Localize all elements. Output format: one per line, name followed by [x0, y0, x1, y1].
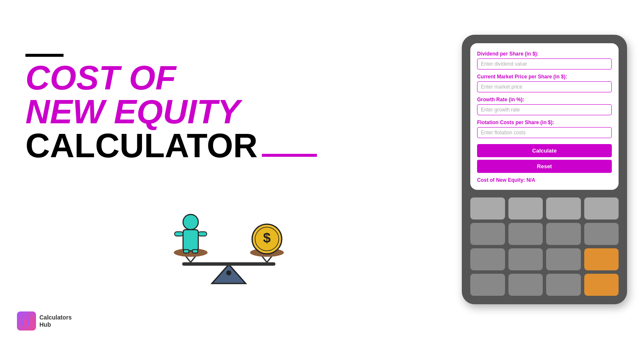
key-r3c1[interactable] [470, 248, 505, 270]
illustration: $ [25, 175, 432, 286]
svg-rect-12 [198, 232, 207, 236]
calculator-body: Dividend per Share (in $): Current Marke… [462, 35, 627, 304]
svg-rect-19 [25, 320, 27, 325]
logo-area: Calculators Hub [17, 311, 72, 331]
svg-rect-21 [31, 316, 33, 325]
title-line3: CALCULATOR [25, 129, 432, 163]
svg-point-1 [226, 270, 231, 275]
flotation-costs-input[interactable] [477, 127, 612, 138]
left-section: COST OF NEW EQUITY CALCULATOR [0, 0, 458, 339]
key-r3c4-orange[interactable] [584, 248, 619, 270]
growth-rate-label: Growth Rate (in %): [477, 97, 612, 103]
title-line2: NEW EQUITY [25, 95, 432, 129]
dividend-label: Dividend per Share (in $): [477, 51, 612, 57]
key-r2c2[interactable] [508, 223, 543, 245]
scale-illustration: $ [148, 175, 309, 286]
dividend-input[interactable] [477, 58, 612, 69]
svg-rect-11 [175, 232, 183, 236]
key-r4c3[interactable] [546, 274, 581, 296]
market-price-input[interactable] [477, 81, 612, 92]
market-price-label: Current Market Price per Share (in $): [477, 74, 612, 80]
svg-point-9 [183, 214, 198, 230]
key-r1c4[interactable] [584, 197, 619, 220]
key-r4c1[interactable] [470, 274, 505, 296]
calculate-button[interactable]: Calculate [477, 144, 612, 157]
svg-rect-10 [183, 230, 198, 251]
keypad [470, 197, 619, 296]
svg-text:$: $ [263, 230, 271, 245]
right-section: Dividend per Share (in $): Current Marke… [458, 0, 644, 339]
title-line1: COST OF [25, 61, 432, 95]
logo-icon [17, 311, 36, 331]
key-r2c1[interactable] [470, 223, 505, 245]
key-r3c2[interactable] [508, 248, 543, 270]
key-r1c1[interactable] [470, 197, 505, 220]
logo-svg [21, 315, 33, 327]
calculator-screen: Dividend per Share (in $): Current Marke… [470, 43, 619, 190]
key-r4c2[interactable] [508, 274, 543, 296]
svg-rect-13 [183, 250, 189, 253]
growth-rate-input[interactable] [477, 104, 612, 115]
key-r2c4[interactable] [584, 223, 619, 245]
logo-text: Calculators Hub [39, 314, 72, 328]
svg-rect-14 [192, 250, 198, 253]
title-underline [262, 154, 317, 157]
reset-button[interactable]: Reset [477, 160, 612, 173]
key-r2c3[interactable] [546, 223, 581, 245]
title-accent-bar [25, 54, 64, 57]
svg-rect-20 [28, 318, 30, 325]
flotation-costs-label: Flotation Costs per Share (in $): [477, 119, 612, 125]
result-display: Cost of New Equity: N/A [477, 177, 612, 183]
key-r3c3[interactable] [546, 248, 581, 270]
key-r1c3[interactable] [546, 197, 581, 220]
key-r4c4-orange[interactable] [584, 274, 619, 296]
key-r1c2[interactable] [508, 197, 543, 220]
svg-rect-18 [22, 321, 24, 325]
svg-rect-2 [182, 262, 275, 266]
